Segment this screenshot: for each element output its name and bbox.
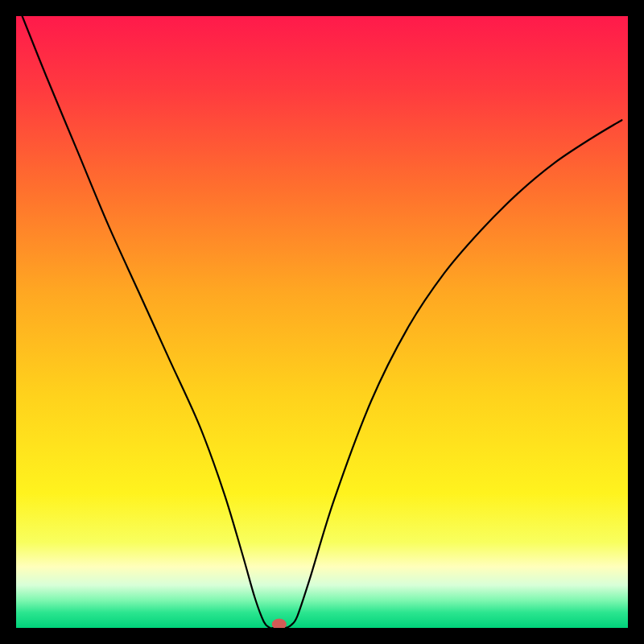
bottleneck-chart — [16, 16, 628, 628]
chart-frame: TheBottleneck.com — [16, 16, 628, 628]
